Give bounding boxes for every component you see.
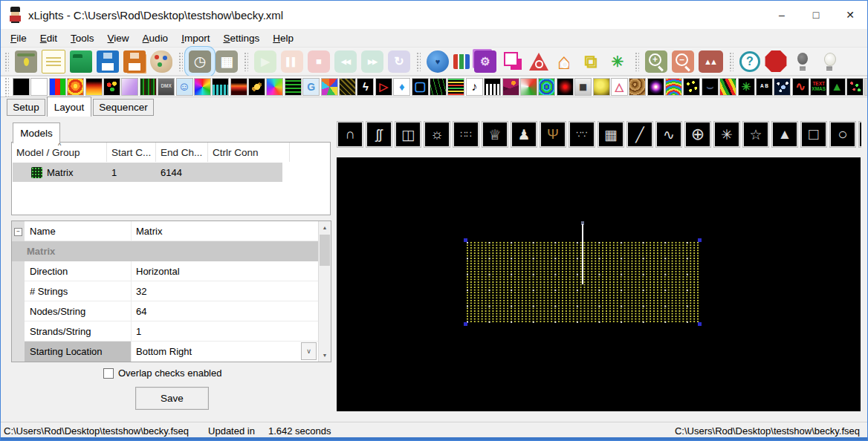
menu-edit[interactable]: Edit xyxy=(33,31,64,45)
view-previews-button[interactable]: ▲▲ xyxy=(699,50,723,73)
lights-on-button[interactable] xyxy=(818,50,841,73)
effect-shimmer-icon[interactable] xyxy=(629,78,646,96)
column-header-model-group[interactable]: Model / Group ^ xyxy=(12,143,107,162)
rotate-handle-line[interactable] xyxy=(582,224,583,284)
effect-snow-icon[interactable] xyxy=(774,78,791,96)
effect-marquee-icon[interactable]: ▢ xyxy=(412,78,429,96)
effect-faces-icon[interactable]: ☺ xyxy=(176,78,193,96)
effect-liquid-drop-icon[interactable]: ♦ xyxy=(393,78,410,96)
property-grid-scrollbar[interactable]: ▲ ▼ xyxy=(318,221,331,362)
toolbar-grip[interactable] xyxy=(244,52,248,71)
sequence-settings-grid-button[interactable]: ▦ xyxy=(216,50,238,73)
zoom-out-button[interactable] xyxy=(672,50,694,73)
effect-circles-pattern-icon[interactable] xyxy=(538,78,555,96)
effect-meteors-icon[interactable] xyxy=(430,78,447,96)
effect-servo-icon[interactable]: ◼ xyxy=(574,78,592,96)
effect-curtain-icon[interactable] xyxy=(140,78,157,96)
menu-view[interactable]: View xyxy=(101,31,136,45)
property-row-name[interactable]: Name Matrix xyxy=(25,221,318,241)
toolbar-grip[interactable] xyxy=(178,52,183,71)
models-panel-tab[interactable]: Models xyxy=(13,122,60,143)
effect-lightning-icon[interactable]: ϟ xyxy=(357,78,374,96)
effect-pinwheel-icon[interactable] xyxy=(194,78,211,96)
color-palette-button[interactable] xyxy=(150,50,172,73)
effect-twinkle-icon[interactable] xyxy=(846,78,864,96)
model-matrix-button[interactable]: ▦ xyxy=(597,121,624,148)
toolbar-grip[interactable] xyxy=(729,52,733,71)
model-channel-block-button[interactable]: ◫ xyxy=(395,121,421,148)
save-as-sequence-button[interactable] xyxy=(123,50,146,73)
maximize-button[interactable]: □ xyxy=(799,1,833,29)
effect-butterfly-icon[interactable] xyxy=(67,78,84,96)
tab-setup[interactable]: Setup xyxy=(7,99,45,116)
effect-glediator-icon[interactable]: G xyxy=(302,78,320,96)
lights-off-button[interactable] xyxy=(791,50,814,73)
replay-button[interactable]: ↻ xyxy=(388,50,410,73)
effect-gold-dust-icon[interactable] xyxy=(248,78,265,96)
effect-vu-bars-teal-icon[interactable] xyxy=(212,78,229,96)
collapse-icon[interactable]: − xyxy=(14,228,22,236)
property-row-strands[interactable]: Strands/String 1 xyxy=(25,321,318,342)
effect-on-icon[interactable] xyxy=(30,78,48,96)
model-import-button[interactable]: Im xyxy=(858,121,861,148)
stop-button[interactable]: ■ xyxy=(308,50,330,73)
model-spinner-button[interactable]: ✳ xyxy=(713,121,740,148)
model-window-frame-button[interactable]: □ xyxy=(800,121,827,148)
effect-text-xmas-icon[interactable]: TEXTXMAS xyxy=(810,78,827,96)
effect-pictures-icon[interactable] xyxy=(502,78,519,96)
menu-file[interactable]: File xyxy=(4,31,33,45)
selection-handle-bottom-right[interactable] xyxy=(698,322,702,326)
effect-morph-icon[interactable]: ▷ xyxy=(375,78,392,96)
model-icicles-button[interactable]: ∵∵ xyxy=(569,121,595,148)
effect-kaleidoscope-icon[interactable] xyxy=(321,78,338,96)
property-row-strings[interactable]: # Strings 32 xyxy=(25,281,318,301)
model-poly-line-button[interactable]: ∿ xyxy=(655,121,682,148)
effect-galaxy-icon[interactable] xyxy=(266,78,283,96)
effect-piano-icon[interactable] xyxy=(484,78,501,96)
layout-preview-canvas[interactable] xyxy=(337,157,861,411)
effect-strobe-stripes-icon[interactable] xyxy=(719,78,736,96)
effect-fire-icon[interactable] xyxy=(85,78,103,96)
effect-dark-curves-icon[interactable]: ⌣ xyxy=(702,78,719,96)
effect-presets-crayons-button[interactable] xyxy=(453,54,470,69)
tab-layout[interactable]: Layout xyxy=(47,97,91,117)
effect-assist-burst-button[interactable]: ✳ xyxy=(606,50,629,73)
effect-ripple-icon[interactable] xyxy=(557,78,574,96)
model-properties-gear-button[interactable]: ⚙ xyxy=(474,50,496,73)
model-custom-button[interactable]: ♕ xyxy=(482,121,508,148)
render-all-button[interactable]: ♥ xyxy=(427,50,449,73)
render-position-triangle-button[interactable] xyxy=(529,53,548,71)
effect-music-note-icon[interactable]: ♪ xyxy=(466,78,483,96)
effect-shockwave-icon[interactable] xyxy=(647,78,664,96)
model-candy-cane-button[interactable]: ʃʃ xyxy=(366,121,392,148)
rewind-button[interactable]: ◀◀ xyxy=(334,50,357,73)
scroll-down-icon[interactable]: ▼ xyxy=(319,349,331,362)
model-arch-button[interactable]: ∩ xyxy=(337,121,363,148)
show-directory-button[interactable] xyxy=(15,50,37,73)
effect-piano-bars-icon[interactable] xyxy=(447,78,464,96)
table-row-matrix[interactable]: Matrix xyxy=(13,163,282,182)
close-button[interactable]: ✕ xyxy=(833,1,867,29)
property-row-nodes[interactable]: Nodes/String 64 xyxy=(25,301,318,321)
effect-tendril-icon[interactable]: ∿ xyxy=(792,78,809,96)
selection-handle-bottom-left[interactable] xyxy=(464,322,467,326)
menu-import[interactable]: Import xyxy=(175,31,216,45)
save-button[interactable]: Save xyxy=(135,387,209,410)
menu-audio[interactable]: Audio xyxy=(136,31,175,45)
model-reindeer-button[interactable]: Ψ xyxy=(540,121,566,148)
zoom-in-button[interactable] xyxy=(645,50,667,73)
fast-forward-button[interactable]: ▶▶ xyxy=(361,50,383,73)
effects-strip-grip[interactable] xyxy=(4,77,9,97)
model-sphere-button[interactable]: ⊕ xyxy=(684,121,711,148)
menu-help[interactable]: Help xyxy=(266,31,300,45)
new-sequence-button[interactable] xyxy=(42,50,65,74)
effect-shapes-icon[interactable]: △ xyxy=(611,78,628,96)
scroll-up-icon[interactable]: ▲ xyxy=(319,221,331,234)
play-button[interactable]: ▶ xyxy=(254,50,276,73)
model-cube-button[interactable]: ∷∷ xyxy=(453,121,479,148)
model-star-button[interactable]: ☆ xyxy=(742,121,769,148)
pause-button[interactable]: ▌▌ xyxy=(281,50,303,73)
effect-sphere-icon[interactable] xyxy=(593,78,610,96)
toolbar-grip[interactable] xyxy=(635,52,639,71)
model-dmx-moving-head-button[interactable]: ♟ xyxy=(511,121,537,148)
